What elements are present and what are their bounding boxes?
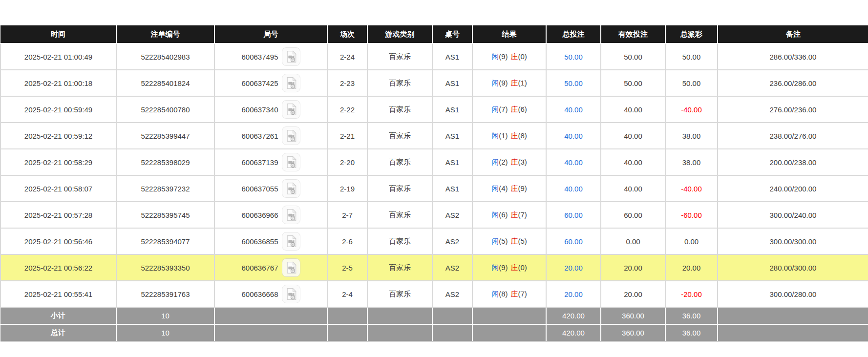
cell-round-id: 600636966 <box>214 202 327 228</box>
table-body: 2025-02-21 01:00:49 522285402983 6006374… <box>0 43 868 307</box>
video-replay-button[interactable] <box>282 47 300 66</box>
video-file-icon <box>284 103 298 116</box>
table-row[interactable]: 2025-02-21 01:00:49 522285402983 6006374… <box>0 43 868 70</box>
subtotal-count: 10 <box>116 307 214 324</box>
cell-empty <box>472 324 546 341</box>
video-replay-button[interactable] <box>282 258 300 277</box>
col-header-result: 结果 <box>472 25 546 43</box>
cell-table-no: AS2 <box>432 202 472 228</box>
cell-time: 2025-02-21 00:59:12 <box>0 123 116 149</box>
grand-total-total-bet: 420.00 <box>546 324 601 341</box>
cell-bet-id: 522285402983 <box>116 43 214 70</box>
result-banker-score: (0) <box>518 263 527 272</box>
cell-payout: -20.00 <box>665 281 718 307</box>
result-banker-score: (8) <box>518 131 527 140</box>
cell-session: 2-4 <box>327 281 367 307</box>
result-player-label: 闲 <box>491 290 499 298</box>
result-player-label: 闲 <box>491 131 499 140</box>
cell-remark: 240.00/200.00 <box>718 175 868 202</box>
cell-round-id: 600636767 <box>214 254 327 281</box>
video-replay-button[interactable] <box>282 100 300 119</box>
bet-records-page: 时间 注单编号 局号 场次 游戏类别 桌号 结果 总投注 有效投注 总派彩 备注… <box>0 0 868 342</box>
table-row[interactable]: 2025-02-21 00:55:41 522285391763 6006366… <box>0 281 868 307</box>
col-header-time: 时间 <box>0 25 116 43</box>
cell-bet-id: 522285399447 <box>116 123 214 149</box>
result-player-label: 闲 <box>491 52 499 61</box>
video-file-icon <box>284 129 298 143</box>
cell-remark: 300.00/240.00 <box>718 202 868 228</box>
cell-game-type: 百家乐 <box>367 175 432 202</box>
result-player-label: 闲 <box>491 237 499 245</box>
cell-empty <box>367 324 432 341</box>
col-header-bet-id: 注单编号 <box>116 25 214 43</box>
result-banker-score: (1) <box>518 79 527 87</box>
cell-valid-bet: 20.00 <box>601 281 665 307</box>
table-row[interactable]: 2025-02-21 01:00:18 522285401824 6006374… <box>0 70 868 96</box>
cell-session: 2-24 <box>327 43 367 70</box>
result-banker-label: 庄 <box>511 184 518 192</box>
video-replay-button[interactable] <box>282 153 300 171</box>
cell-empty <box>327 307 367 324</box>
cell-bet-id: 522285401824 <box>116 70 214 96</box>
table-row[interactable]: 2025-02-21 00:59:49 522285400780 6006373… <box>0 96 868 123</box>
round-id-text: 600636855 <box>241 237 278 246</box>
result-banker-label: 庄 <box>511 79 518 87</box>
cell-empty <box>367 307 432 324</box>
video-replay-button[interactable] <box>282 179 300 198</box>
cell-total-bet: 20.00 <box>546 281 601 307</box>
round-id-text: 600637340 <box>241 105 278 114</box>
cell-result: 闲(4)庄(9) <box>472 175 546 202</box>
cell-result: 闲(2)庄(3) <box>472 149 546 175</box>
cell-valid-bet: 40.00 <box>601 123 665 149</box>
result-player-score: (8) <box>499 290 508 298</box>
cell-round-id: 600636855 <box>214 228 327 254</box>
result-player-score: (4) <box>499 184 508 192</box>
cell-empty <box>718 324 868 341</box>
cell-time: 2025-02-21 00:57:28 <box>0 202 116 228</box>
cell-round-id: 600637495 <box>214 43 327 70</box>
cell-bet-id: 522285398029 <box>116 149 214 175</box>
cell-session: 2-22 <box>327 96 367 123</box>
video-replay-button[interactable] <box>282 206 300 224</box>
cell-total-bet: 40.00 <box>546 175 601 202</box>
video-replay-button[interactable] <box>282 232 300 251</box>
result-player-score: (9) <box>499 79 508 87</box>
cell-remark: 276.00/236.00 <box>718 96 868 123</box>
grand-total-row: 总计 10 420.00 360.00 36.00 <box>0 324 868 341</box>
cell-valid-bet: 40.00 <box>601 175 665 202</box>
table-row[interactable]: 2025-02-21 00:57:28 522285395745 6006369… <box>0 202 868 228</box>
result-player-score: (1) <box>499 131 508 140</box>
result-banker-label: 庄 <box>511 237 518 245</box>
video-file-icon <box>284 234 298 248</box>
result-player-score: (2) <box>499 158 508 166</box>
round-id-text: 600636966 <box>241 211 278 219</box>
cell-payout: 20.00 <box>665 254 718 281</box>
cell-payout: 38.00 <box>665 123 718 149</box>
result-banker-score: (7) <box>518 210 527 219</box>
table-row[interactable]: 2025-02-21 00:56:22 522285393350 6006367… <box>0 254 868 281</box>
cell-game-type: 百家乐 <box>367 96 432 123</box>
cell-game-type: 百家乐 <box>367 70 432 96</box>
cell-round-id: 600637425 <box>214 70 327 96</box>
cell-bet-id: 522285397232 <box>116 175 214 202</box>
cell-session: 2-19 <box>327 175 367 202</box>
table-row[interactable]: 2025-02-21 00:56:46 522285394077 6006368… <box>0 228 868 254</box>
cell-table-no: AS2 <box>432 228 472 254</box>
table-row[interactable]: 2025-02-21 00:59:12 522285399447 6006372… <box>0 123 868 149</box>
video-replay-button[interactable] <box>282 126 300 145</box>
table-row[interactable]: 2025-02-21 00:58:29 522285398029 6006371… <box>0 149 868 175</box>
cell-empty <box>472 307 546 324</box>
video-replay-button[interactable] <box>282 74 300 92</box>
table-row[interactable]: 2025-02-21 00:58:07 522285397232 6006370… <box>0 175 868 202</box>
result-banker-label: 庄 <box>511 263 518 272</box>
cell-bet-id: 522285391763 <box>116 281 214 307</box>
cell-remark: 286.00/336.00 <box>718 43 868 70</box>
cell-time: 2025-02-21 00:56:22 <box>0 254 116 281</box>
round-id-text: 600636668 <box>241 290 278 298</box>
cell-payout: 0.00 <box>665 228 718 254</box>
result-banker-score: (0) <box>518 52 527 61</box>
cell-time: 2025-02-21 00:58:07 <box>0 175 116 202</box>
cell-session: 2-5 <box>327 254 367 281</box>
cell-valid-bet: 20.00 <box>601 254 665 281</box>
video-replay-button[interactable] <box>282 285 300 303</box>
